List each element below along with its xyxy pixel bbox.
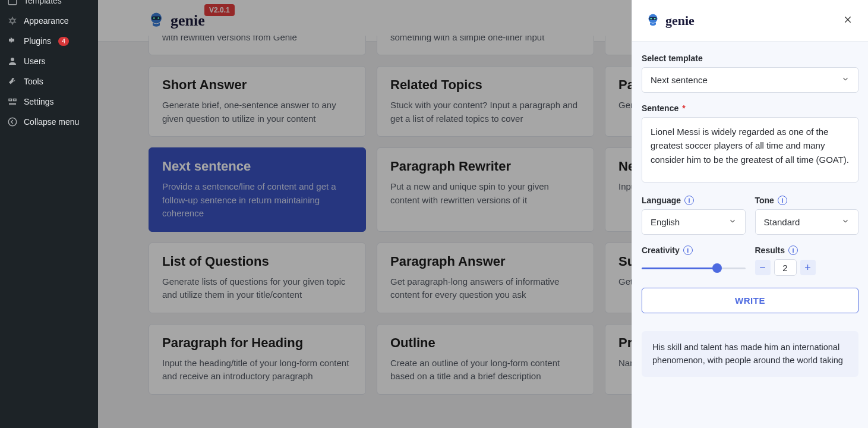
templates-icon <box>7 0 18 6</box>
sentence-input[interactable] <box>642 117 858 182</box>
info-icon[interactable]: i <box>684 196 694 205</box>
field-language: Language i English <box>642 196 746 235</box>
chevron-down-icon <box>728 217 737 227</box>
results-label-text: Results <box>755 246 785 255</box>
plugins-badge: 4 <box>58 37 69 46</box>
sentence-label: Sentence * <box>642 103 858 113</box>
results-input[interactable] <box>774 259 797 276</box>
required-asterisk: * <box>682 103 685 113</box>
sidebar-item-appearance[interactable]: Appearance <box>0 11 98 31</box>
sidebar-item-tools[interactable]: Tools <box>0 71 98 92</box>
sidebar-collapse[interactable]: Collapse menu <box>0 112 98 132</box>
template-select[interactable]: Next sentence <box>642 67 858 93</box>
results-label: Results i <box>755 246 859 255</box>
language-select[interactable]: English <box>642 209 746 235</box>
results-decrement[interactable]: − <box>755 260 771 275</box>
brand-text: genie <box>665 13 695 29</box>
genie-mascot-icon <box>644 12 662 30</box>
wp-admin-sidebar: Templates Appearance Plugins 4 Users Too… <box>0 0 98 428</box>
write-button[interactable]: WRITE <box>642 288 858 313</box>
appearance-icon <box>7 15 18 26</box>
panel-logo: genie <box>644 12 695 30</box>
field-tone: Tone i Standard <box>755 196 859 235</box>
chevron-down-icon <box>841 75 850 85</box>
field-results: Results i − + <box>755 246 859 277</box>
creativity-label: Creativity i <box>642 246 746 255</box>
template-value: Next sentence <box>651 75 708 85</box>
svg-point-3 <box>11 58 14 61</box>
close-panel-button[interactable] <box>839 12 856 29</box>
svg-rect-4 <box>9 99 12 101</box>
select-template-label: Select template <box>642 54 858 63</box>
field-select-template: Select template Next sentence <box>642 54 858 93</box>
sidebar-label: Collapse menu <box>24 117 79 127</box>
creativity-slider[interactable] <box>642 268 746 269</box>
genie-side-panel: genie Select template Next sentence Sent… <box>632 0 868 428</box>
language-value: English <box>651 217 680 227</box>
sidebar-label: Appearance <box>24 16 69 26</box>
plugins-icon <box>7 36 18 46</box>
tools-icon <box>7 76 18 87</box>
info-icon[interactable]: i <box>778 196 787 205</box>
sidebar-item-settings[interactable]: Settings <box>0 92 98 112</box>
tone-value: Standard <box>764 217 800 227</box>
results-increment[interactable]: + <box>800 260 816 275</box>
sidebar-label: Settings <box>24 97 54 106</box>
tone-label: Tone i <box>755 196 859 205</box>
field-creativity: Creativity i <box>642 246 746 277</box>
sidebar-label: Plugins <box>24 36 51 46</box>
sidebar-label: Templates <box>24 0 62 5</box>
info-icon[interactable]: i <box>788 246 798 255</box>
settings-icon <box>7 96 18 107</box>
info-icon[interactable]: i <box>683 246 693 255</box>
users-icon <box>7 56 18 67</box>
sidebar-item-users[interactable]: Users <box>0 51 98 71</box>
svg-rect-5 <box>14 99 17 101</box>
sidebar-item-templates[interactable]: Templates <box>0 0 98 11</box>
creativity-label-text: Creativity <box>642 246 680 255</box>
svg-point-8 <box>8 118 17 126</box>
tone-select[interactable]: Standard <box>755 209 859 235</box>
svg-rect-0 <box>8 0 17 5</box>
panel-header: genie <box>632 0 868 42</box>
sidebar-label: Tools <box>24 77 43 86</box>
language-label-text: Language <box>642 196 681 205</box>
result-output[interactable]: His skill and talent has made him an int… <box>642 331 858 377</box>
svg-point-15 <box>651 18 652 20</box>
sidebar-label: Users <box>24 56 46 66</box>
language-label: Language i <box>642 196 746 205</box>
close-icon <box>843 15 853 24</box>
chevron-down-icon <box>841 217 850 227</box>
panel-body: Select template Next sentence Sentence *… <box>632 42 868 428</box>
tone-label-text: Tone <box>755 196 774 205</box>
sentence-label-text: Sentence <box>642 103 678 113</box>
svg-point-2 <box>11 20 14 23</box>
sidebar-item-plugins[interactable]: Plugins 4 <box>0 31 98 51</box>
field-sentence: Sentence * <box>642 103 858 185</box>
svg-point-16 <box>654 18 656 20</box>
collapse-icon <box>7 117 18 127</box>
